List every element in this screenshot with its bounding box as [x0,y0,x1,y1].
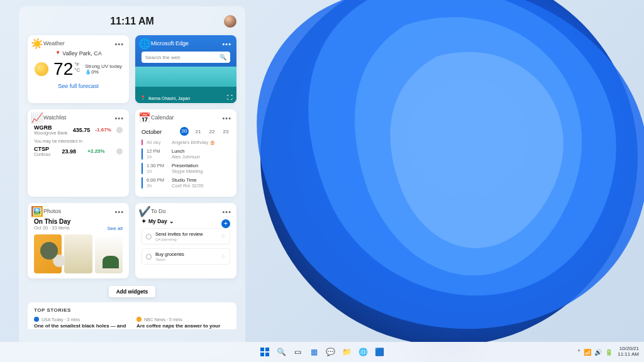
calendar-month: October [142,129,162,135]
top-stories: TOP STORIES USA Today · 3 mins One of th… [28,302,236,329]
app-button[interactable]: 🟦 [373,346,386,358]
photos-title: Photos [43,208,61,214]
taskbar-clock[interactable]: 10/20/2111:11 AM [618,346,639,358]
photos-icon: 🖼️ [34,208,40,214]
photo-thumb[interactable] [34,234,62,273]
start-button[interactable] [258,346,271,358]
taskbar-pinned: 🔍 ▭ ▦ 💬 📁 🌐 🟦 [258,346,386,358]
more-icon[interactable]: ••• [114,40,124,48]
edge-image: 📍Ikema Ohashi, Japan ⛶ [135,67,236,103]
task-item[interactable]: Buy groceriesTasks☆ [142,248,230,265]
taskbar: 🔍 ▭ ▦ 💬 📁 🌐 🟦 ˄ 📶 🔊 🔋 10/20/2111:11 AM [0,342,644,362]
search-button[interactable]: 🔍 [275,346,287,358]
myday-dropdown[interactable]: ✦ My Day ⌄ [142,218,230,224]
more-icon[interactable]: ••• [222,40,231,48]
system-tray[interactable]: ˄ 📶 🔊 🔋 [577,349,613,356]
photo-thumbs[interactable] [34,234,123,273]
todo-icon: ✔️ [142,208,148,214]
weather-meta: Strong UV today💧0% [85,63,122,75]
task-view-button[interactable]: ▭ [291,346,304,358]
calendar-widget[interactable]: 📅Calendar ••• October 20 21 22 23 All da… [135,109,236,197]
battery-icon[interactable]: 🔋 [605,349,613,356]
weather-temp: 72°F°C [53,59,80,79]
stock-logo [116,127,123,133]
photo-thumb[interactable] [95,234,123,273]
calendar-event[interactable]: 1:30 PM1hPresentationSkype Meeting [142,163,230,174]
story-item[interactable]: USA Today · 3 mins One of the smallest b… [34,317,128,329]
calendar-event[interactable]: 12 PM1hLunchAlex Johnson [142,148,230,160]
todo-title: To Do [151,208,166,214]
explorer-button[interactable]: 📁 [340,346,353,358]
panel-time: 11:11 AM [110,16,154,27]
wifi-icon[interactable]: 📶 [584,349,591,356]
source-icon [136,317,142,322]
svg-rect-0 [260,348,264,351]
user-avatar[interactable] [224,15,236,28]
top-stories-label: TOP STORIES [34,307,230,313]
stock-row[interactable]: CTSPContoso 23.98 +2.23% [34,146,123,156]
volume-icon[interactable]: 🔊 [594,349,602,356]
expand-icon[interactable]: ⛶ [227,94,233,101]
svg-rect-1 [265,348,269,351]
calendar-event[interactable]: 6:00 PM3hStudio TimeConf Rm 32/35 [142,177,230,189]
todo-widget[interactable]: ✔️To Do ••• ✦ My Day ⌄ + Send invites fo… [135,203,236,278]
star-icon[interactable]: ☆ [221,253,226,260]
more-icon[interactable]: ••• [222,208,231,216]
widgets-panel: 11:11 AM ☀️Weather ••• Valley Park, CA 7… [19,6,245,349]
weather-widget[interactable]: ☀️Weather ••• Valley Park, CA 72°F°C Str… [28,35,129,103]
photo-thumb[interactable] [64,234,92,273]
stock-row[interactable]: WGRBWoodgrove Bank 435.75 -1.67% [34,124,123,135]
watchlist-widget[interactable]: 📈Watchlist ••• WGRBWoodgrove Bank 435.75… [28,109,129,197]
task-item[interactable]: Send invites for reviewQ4 planning☆ [142,228,230,244]
widgets-button[interactable]: ▦ [308,346,320,358]
edge-caption: 📍Ikema Ohashi, Japan [140,96,190,101]
stocks-icon: 📈 [34,114,40,121]
task-checkbox[interactable] [146,234,152,239]
task-checkbox[interactable] [146,254,152,260]
more-icon[interactable]: ••• [114,208,124,216]
add-task-button[interactable]: + [221,219,230,228]
chevron-down-icon: ⌄ [169,218,174,224]
watchlist-title: Watchlist [43,114,66,121]
more-icon[interactable]: ••• [114,114,124,122]
search-input[interactable]: Search the web🔍 [142,52,230,63]
weather-icon: ☀️ [34,40,40,47]
story-item[interactable]: NBC News · 5 mins Are coffee naps the an… [136,317,230,329]
svg-rect-2 [260,353,264,356]
photos-widget[interactable]: 🖼️Photos ••• On This Day Oct 20 · 33 ite… [28,203,129,278]
source-icon [34,317,39,322]
calendar-title: Calendar [151,114,174,121]
calendar-days[interactable]: 20 21 22 23 [180,127,230,136]
add-widgets-row: Add widgets [28,285,236,297]
photos-subtitle: On This Day [34,218,123,225]
stock-logo [116,148,123,155]
search-icon: 🔍 [219,54,226,60]
edge-title: Microsoft Edge [151,40,189,47]
more-icon[interactable]: ••• [222,114,231,122]
calendar-icon: 📅 [142,114,148,121]
weather-location: Valley Park, CA [34,50,123,57]
edge-button[interactable]: 🌐 [357,346,369,358]
watchlist-hint: You may be interested in [34,139,123,143]
edge-widget[interactable]: 🌐Microsoft Edge ••• Search the web🔍 📍Ike… [135,35,236,103]
see-all-link[interactable]: See all [108,226,123,231]
edge-icon: 🌐 [142,40,148,47]
star-icon[interactable]: ☆ [221,233,226,239]
svg-rect-3 [265,353,269,356]
chat-button[interactable]: 💬 [324,346,336,358]
calendar-event[interactable]: All dayAngela's Birthday 🎂 [142,140,230,145]
weather-title: Weather [43,40,65,47]
chevron-up-icon[interactable]: ˄ [577,349,580,356]
forecast-link[interactable]: See full forecast [34,83,123,89]
sun-icon [35,62,48,76]
add-widgets-button[interactable]: Add widgets [109,286,156,297]
